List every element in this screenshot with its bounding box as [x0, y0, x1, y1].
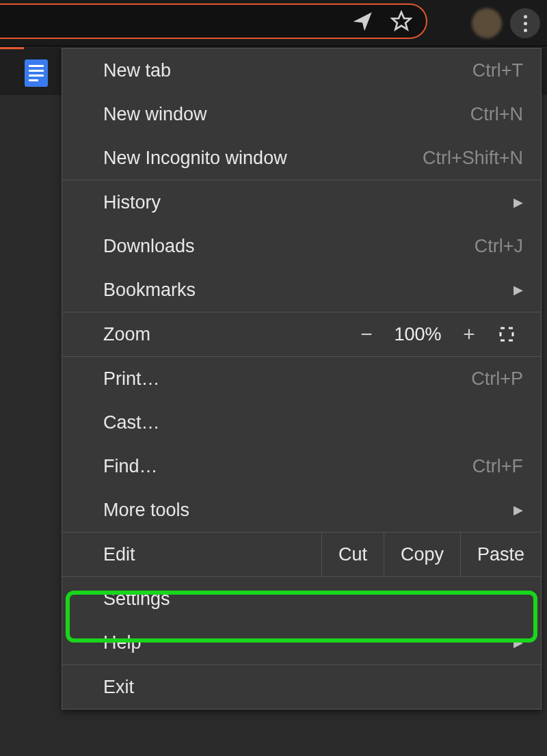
menu-label: More tools: [103, 500, 509, 521]
menu-shortcut: Ctrl+J: [475, 236, 523, 257]
menu-shortcut: Ctrl+F: [472, 456, 523, 477]
browser-main-menu: New tab Ctrl+T New window Ctrl+N New Inc…: [62, 48, 542, 710]
browser-menu-button[interactable]: [510, 8, 540, 38]
menu-label: Cast…: [103, 412, 523, 433]
zoom-value: 100%: [384, 324, 452, 345]
toolbar-right-icons: [472, 0, 540, 46]
menu-label: New window: [103, 104, 470, 125]
zoom-out-button[interactable]: −: [349, 323, 384, 346]
chevron-right-icon: ▶: [513, 502, 523, 517]
chevron-right-icon: ▶: [513, 635, 523, 650]
omnibox-right-section: [0, 3, 427, 39]
chevron-right-icon: ▶: [513, 282, 523, 297]
active-tab-indicator: [0, 47, 24, 49]
profile-avatar[interactable]: [472, 8, 502, 38]
menu-item-more-tools[interactable]: More tools ▶: [62, 488, 541, 532]
svg-marker-0: [392, 12, 411, 29]
fullscreen-icon[interactable]: [486, 326, 527, 342]
menu-item-exit[interactable]: Exit: [62, 665, 541, 709]
edit-paste-button[interactable]: Paste: [460, 532, 541, 576]
menu-label: Zoom: [103, 324, 349, 345]
menu-item-print[interactable]: Print… Ctrl+P: [62, 357, 541, 401]
menu-item-edit: Edit Cut Copy Paste: [62, 532, 541, 576]
menu-shortcut: Ctrl+N: [470, 104, 523, 125]
browser-toolbar: [0, 0, 547, 46]
menu-item-zoom: Zoom − 100% +: [62, 312, 541, 356]
menu-label: History: [103, 192, 509, 213]
menu-item-find[interactable]: Find… Ctrl+F: [62, 444, 541, 488]
send-icon[interactable]: [353, 12, 373, 31]
menu-label: Downloads: [103, 236, 475, 257]
menu-shortcut: Ctrl+Shift+N: [423, 148, 523, 169]
menu-label: Edit: [103, 544, 321, 565]
menu-label: Settings: [103, 589, 523, 610]
menu-item-new-window[interactable]: New window Ctrl+N: [62, 92, 541, 136]
menu-item-new-incognito-window[interactable]: New Incognito window Ctrl+Shift+N: [62, 136, 541, 180]
svg-rect-1: [501, 328, 513, 340]
menu-item-cast[interactable]: Cast…: [62, 401, 541, 444]
menu-label: Exit: [103, 677, 523, 698]
menu-item-help[interactable]: Help ▶: [62, 621, 541, 664]
menu-label: Help: [103, 632, 509, 653]
menu-item-new-tab[interactable]: New tab Ctrl+T: [62, 49, 541, 92]
menu-item-downloads[interactable]: Downloads Ctrl+J: [62, 224, 541, 268]
edit-copy-button[interactable]: Copy: [384, 532, 460, 576]
menu-item-history[interactable]: History ▶: [62, 180, 541, 224]
menu-shortcut: Ctrl+T: [472, 60, 523, 81]
menu-label: New Incognito window: [103, 148, 423, 169]
menu-label: Print…: [103, 368, 471, 390]
zoom-in-button[interactable]: +: [452, 323, 486, 346]
menu-item-bookmarks[interactable]: Bookmarks ▶: [62, 268, 541, 312]
chevron-right-icon: ▶: [513, 195, 523, 210]
menu-item-settings[interactable]: Settings: [62, 577, 541, 621]
menu-label: Find…: [103, 456, 472, 477]
google-docs-icon[interactable]: [25, 59, 48, 87]
edit-cut-button[interactable]: Cut: [321, 532, 384, 576]
menu-label: New tab: [103, 60, 472, 81]
menu-shortcut: Ctrl+P: [471, 368, 523, 390]
bookmark-star-icon[interactable]: [390, 10, 412, 32]
menu-label: Bookmarks: [103, 280, 509, 301]
